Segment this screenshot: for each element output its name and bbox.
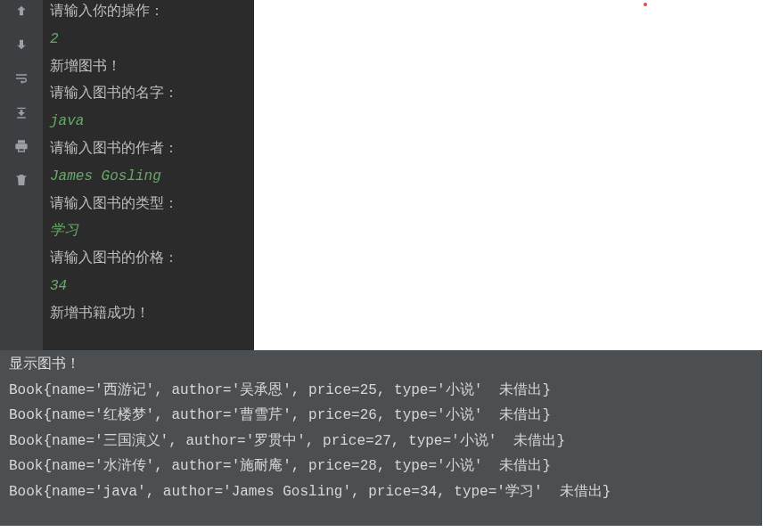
console-prompt-line: 新增书籍成功！ [50, 307, 247, 322]
red-indicator-dot [644, 3, 647, 6]
console-prompt-line: 新增图书！ [50, 60, 247, 75]
console-prompt-line: 请输入图书的类型： [50, 197, 247, 212]
console-user-input: 34 [50, 279, 247, 294]
book-output-row: Book{name='红楼梦', author='曹雪芹', price=26,… [9, 408, 753, 424]
output-header: 显示图书！ [9, 357, 753, 373]
arrow-up-icon[interactable] [12, 2, 30, 20]
console-user-input: James Gosling [50, 169, 247, 184]
console-prompt-line: 请输入图书的价格： [50, 251, 247, 266]
console-prompt-line: 请输入你的操作： [50, 4, 247, 20]
console-output-panel: 显示图书！ Book{name='西游记', author='吴承恩', pri… [0, 350, 762, 526]
console-user-input: java [50, 114, 247, 129]
book-output-row: Book{name='java', author='James Gosling'… [9, 485, 753, 501]
console-gutter [0, 0, 43, 350]
scroll-to-end-icon[interactable] [12, 103, 30, 121]
book-output-row: Book{name='三国演义', author='罗贯中', price=27… [9, 434, 753, 450]
console-prompt-line: 请输入图书的名字： [50, 86, 247, 102]
console-input-panel: 请输入你的操作：2新增图书！请输入图书的名字：java请输入图书的作者：Jame… [43, 0, 254, 350]
arrow-down-icon[interactable] [12, 36, 30, 53]
console-user-input: 2 [50, 32, 247, 47]
book-output-row: Book{name='水浒传', author='施耐庵', price=28,… [9, 459, 753, 475]
trash-icon[interactable] [12, 171, 30, 189]
soft-wrap-icon[interactable] [12, 70, 30, 87]
console-prompt-line: 请输入图书的作者： [50, 142, 247, 157]
blank-area [254, 0, 771, 350]
book-output-row: Book{name='西游记', author='吴承恩', price=25,… [9, 383, 753, 399]
console-user-input: 学习 [50, 224, 247, 239]
print-icon[interactable] [12, 137, 30, 155]
